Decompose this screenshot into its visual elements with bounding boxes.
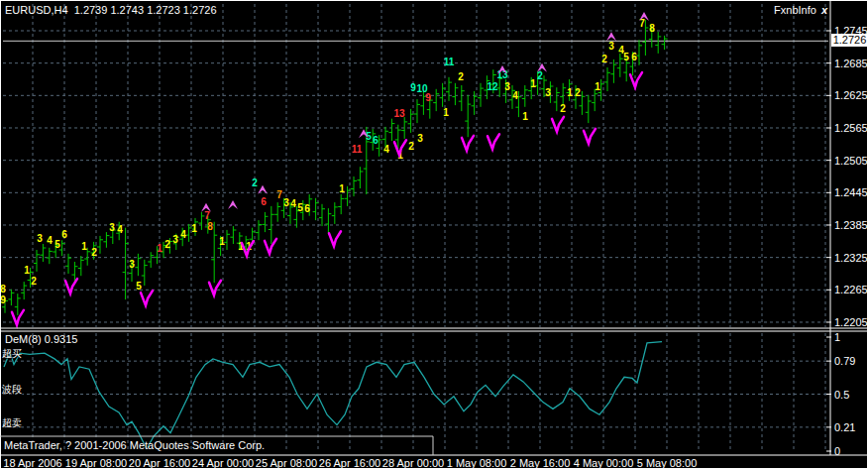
swing-count-label: 6 [373,135,379,146]
swing-count-label: 11 [444,57,455,67]
indicator-scale-label: 0.21 [834,421,855,433]
price-axis-label: 1.2265 [834,284,868,295]
swing-count-label: 2 [560,103,566,114]
indicator-scale-label: 0.79 [834,355,855,367]
swing-count-label: 3 [129,259,135,270]
swing-count-label: 5 [297,202,303,213]
time-axis-label: 4 May 00:00 [571,457,636,469]
swing-count-label: 7 [204,210,210,221]
fractal-down-arrow-icon [265,239,276,254]
time-axis-label: 5 May 08:00 [634,457,700,469]
price-axis-label: 1.2565 [834,122,868,134]
swing-count-label: 12 [487,81,498,92]
swing-count-label: 2 [91,247,97,258]
time-axis-label: 28 Apr 00:00 [380,457,446,469]
swing-count-label: 4 [290,198,296,209]
swing-count-label: 7 [276,189,282,200]
indicator-scale-label: 0.5 [834,389,849,401]
fractal-down-arrow-icon [584,129,596,144]
swing-count-label: 1 [567,87,573,98]
swing-count-label: 1 [522,111,528,122]
swing-count-label: 5 [623,52,629,62]
swing-count-label: 13 [393,108,405,119]
close-icon[interactable]: x [821,4,827,16]
fractal-down-arrow-icon [488,134,499,149]
time-axis-label: 19 Apr 08:00 [63,457,129,469]
fxnbinfo-label: FxnbInfo [774,4,816,16]
price-axis-label: 1.2685 [834,58,868,69]
swing-count-label: 3 [545,87,551,98]
swing-count-label: 5 [54,239,60,250]
time-axis-label: 26 Apr 16:00 [317,457,382,469]
middle-zone-label: 波段 [2,383,22,397]
swing-count-label: 1 [24,265,30,276]
swing-count-label: 3 [417,133,423,144]
swing-count-label: 2 [537,70,543,81]
swing-count-label: 9 [0,294,6,305]
swing-count-label: 9 [410,82,416,93]
fractal-down-arrow-icon [329,231,341,246]
swing-count-label: 4 [117,224,123,235]
indicator-title: DeM(8) 0.9315 [5,333,77,345]
swing-count-label: 1 [191,223,197,234]
price-axis-label: 1.2745 [834,25,868,37]
price-axis-label: 1.2385 [834,219,868,231]
swing-count-label: 4 [180,229,186,240]
swing-count-label: 4 [383,144,389,155]
time-axis-label: 1 May 08:00 [444,457,509,469]
swing-count-label: 6 [304,203,310,214]
swing-count-label: 3 [37,233,43,244]
swing-count-label: 1 [81,241,87,252]
swing-count-label: 1 [219,236,225,247]
swing-count-label: 6 [631,52,637,62]
high-value: 1.2743 [110,4,144,16]
swing-count-label: 6 [61,229,67,240]
swing-count-label: 3 [608,41,614,52]
chart-title: EURUSD,H4 1.2739 1.2743 1.2723 1.2726 [5,4,217,16]
swing-count-label: 2 [458,71,464,82]
indicator-scale-label: 1 [834,331,840,343]
fractal-up-arrow-icon [606,32,616,41]
fractal-down-arrow-icon [209,281,221,295]
swing-count-label: 2 [31,276,37,287]
symbol-period-label: EURUSD,H4 [5,4,68,16]
chart-window: 8912345612343512341781112673456111564131… [0,0,868,469]
price-axis-label: 1.2445 [834,186,868,198]
swing-count-label: 1 [443,107,449,118]
open-value: 1.2739 [74,4,108,16]
close-value: 1.2726 [183,4,217,16]
swing-count-label: 2 [252,177,258,188]
swing-count-label: 13 [496,69,508,80]
swing-count-label: 3 [504,81,510,92]
swing-count-label: 1 [595,81,600,92]
chart-canvas[interactable]: 8912345612343512341781112673456111564131… [0,0,868,469]
fractal-down-arrow-icon [552,117,564,132]
swing-count-label: 4 [47,235,53,246]
swing-count-label: 3 [109,222,115,233]
swing-count-label: 11 [352,144,363,155]
fractal-up-arrow-icon [258,185,268,194]
indicator-scale-label: 0 [834,445,840,457]
swing-count-label: 6 [261,196,267,207]
swing-count-label: 4 [512,90,518,101]
swing-count-label: 5 [136,281,142,292]
swing-count-label: 8 [207,221,213,232]
swing-count-label: 2 [601,54,607,64]
fractal-down-arrow-icon [462,136,474,151]
swing-count-label: 8 [0,284,6,294]
fractal-down-arrow-icon [141,291,153,305]
low-value: 1.2723 [147,4,180,16]
swing-count-label: 2 [575,87,581,98]
swing-count-label: 9 [425,92,431,103]
fractal-down-arrow-icon [65,279,77,293]
swing-count-label: 1 [530,78,536,89]
swing-count-label: 3 [172,234,178,245]
price-axis-label: 1.2505 [834,155,868,167]
swing-count-label: 8 [649,23,655,34]
price-axis-label: 1.2205 [834,316,868,328]
fractal-up-arrow-icon [228,200,238,209]
swing-count-label: 1 [157,243,163,254]
price-axis-label: 1.2625 [834,89,868,101]
overlay-indicator-label: FxnbInfo x [774,4,827,16]
time-axis-label: 20 Apr 16:00 [127,457,192,469]
